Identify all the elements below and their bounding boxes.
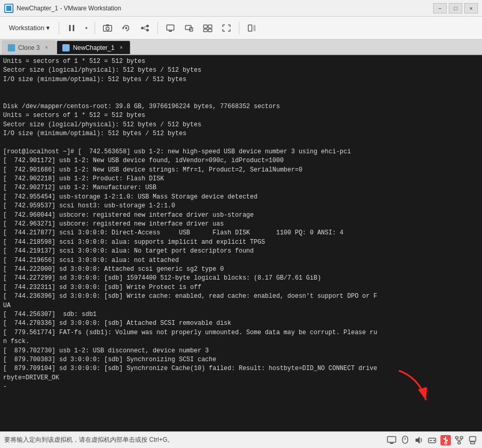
svg-rect-19 [208,29,212,32]
status-hint-text: 要将输入定向到该虚拟机，请在虚拟机内部单击或按 Ctrl+G。 [4,436,173,444]
toolbar-separator-3 [157,22,158,34]
minimize-button[interactable]: − [433,3,447,14]
pause-icon [68,24,76,32]
svg-point-34 [445,442,447,444]
screen-icon [387,436,396,444]
toolbar-separator-2 [95,22,95,34]
mouse-icon [401,436,409,445]
fullscreen-icon [222,24,231,32]
workstation-menu-button[interactable]: Workstation ▾ [4,20,55,36]
snapshot-manager-button[interactable] [137,20,153,36]
svg-point-8 [146,24,149,27]
snapshot-manager-icon [140,24,150,32]
vmware-icon [4,4,14,13]
tab-clone3-icon [8,44,15,51]
printer-status-icon[interactable] [467,435,478,445]
terminal-container[interactable]: Units = sectors of 1 * 512 = 512 bytes S… [0,55,482,431]
svg-point-7 [141,27,144,29]
toolbar-separator-4 [239,22,239,34]
svg-rect-23 [387,437,396,442]
svg-rect-42 [470,437,476,441]
vm-button-3[interactable] [199,20,216,36]
printer-icon [468,436,477,444]
vm-icon-1 [166,24,175,32]
svg-point-4 [106,27,109,30]
status-bar: 要将输入定向到该虚拟机，请在虚拟机内部单击或按 Ctrl+G。 [0,431,482,448]
svg-point-29 [434,440,435,441]
tab-newchapter1-icon [62,44,70,51]
svg-rect-43 [471,442,475,444]
tab-clone3-close[interactable]: × [43,44,50,51]
svg-rect-17 [208,25,212,28]
unity-icon [247,24,257,32]
svg-rect-37 [458,442,461,444]
svg-rect-13 [169,31,172,32]
vm-icon-3 [203,24,212,32]
sound-status-icon[interactable] [413,435,424,445]
mouse-status-icon[interactable] [400,435,410,445]
tab-clone3[interactable]: Clone 3 × [2,41,56,54]
svg-line-11 [144,29,146,30]
terminal-output[interactable]: Units = sectors of 1 * 512 = 512 bytes S… [0,55,482,431]
svg-point-6 [125,27,127,29]
title-bar-left: NewChapter_1 - VMware Workstation [4,4,121,13]
tab-bar: Clone 3 × NewChapter_1 × [0,39,482,55]
svg-rect-36 [460,437,463,439]
svg-marker-27 [416,437,420,444]
title-bar: NewChapter_1 - VMware Workstation − □ × [0,0,482,17]
vm-button-2[interactable] [181,20,197,36]
svg-rect-32 [444,438,445,440]
pause-dropdown-button[interactable]: ▾ [82,20,90,36]
pause-button[interactable] [63,20,80,36]
toolbar-separator-1 [59,22,59,34]
svg-rect-1 [73,25,74,31]
snapshot-button[interactable] [99,20,116,36]
svg-rect-21 [253,25,256,31]
dropdown-arrow-icon: ▾ [46,24,50,32]
unity-button[interactable] [244,20,260,36]
svg-rect-18 [204,29,207,32]
svg-rect-0 [69,25,71,31]
close-button[interactable]: × [464,3,478,14]
svg-rect-20 [248,25,252,31]
svg-marker-5 [122,27,124,30]
tab-newchapter1[interactable]: NewChapter_1 × [57,41,130,54]
network-icon [455,436,463,444]
revert-icon [122,24,131,32]
usb-icon [442,436,449,444]
sound-icon [414,436,423,444]
tab-newchapter1-close[interactable]: × [117,44,125,51]
toolbar: Workstation ▾ ▾ [0,17,482,39]
svg-rect-12 [167,25,174,30]
tab-newchapter1-label: NewChapter_1 [73,44,114,51]
pause-dropdown-arrow: ▾ [85,25,88,31]
svg-rect-33 [446,440,448,441]
maximize-button[interactable]: □ [449,3,462,14]
window-controls: − □ × [433,3,478,14]
svg-line-10 [144,27,146,28]
revert-button[interactable] [118,20,135,36]
workstation-label: Workstation [9,24,44,32]
hdd-icon [428,436,436,444]
network-status-icon[interactable] [454,435,464,445]
status-icons [386,435,478,445]
usb-status-icon[interactable] [440,435,451,445]
svg-rect-3 [106,24,109,26]
window-title: NewChapter_1 - VMware Workstation [17,5,121,12]
fullscreen-button[interactable] [218,20,235,36]
hdd-status-icon[interactable] [427,435,437,445]
svg-rect-16 [204,25,207,28]
snapshot-icon [103,24,112,32]
svg-rect-35 [456,437,458,439]
tab-clone3-label: Clone 3 [18,44,39,51]
vm-icon-2 [184,24,194,32]
vm-button-1[interactable] [162,20,179,36]
screen-status-icon[interactable] [386,435,397,445]
svg-point-9 [146,29,149,31]
svg-rect-24 [390,443,393,444]
